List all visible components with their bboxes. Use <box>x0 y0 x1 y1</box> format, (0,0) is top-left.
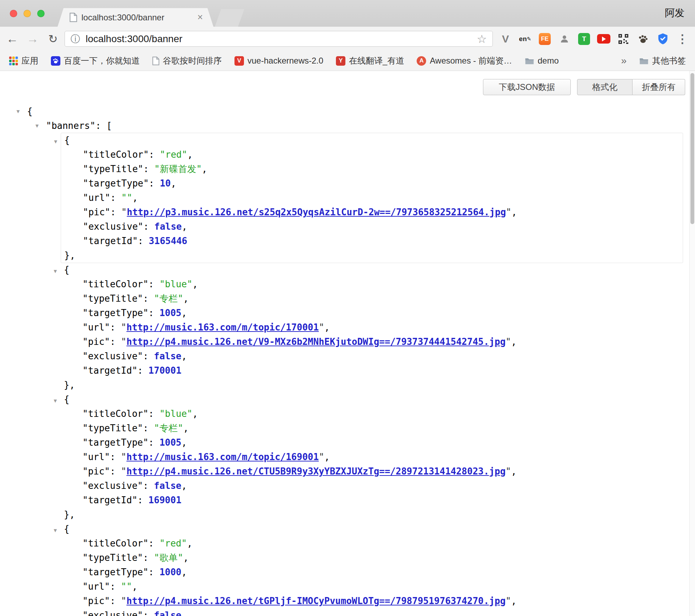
vimium-extension-icon[interactable]: V <box>496 27 515 51</box>
bookmark-label: Awesomes - 前端资… <box>430 55 512 66</box>
json-number-value: 1005 <box>159 308 181 318</box>
json-url-link[interactable]: http://music.163.com/m/topic/170001 <box>126 322 319 333</box>
json-row: "typeTitle": "新碟首发", <box>61 162 683 176</box>
tampermonkey-extension-icon[interactable]: T <box>574 27 594 51</box>
qrcode-extension-icon[interactable] <box>614 27 633 51</box>
json-row: "pic": "http://p3.music.126.net/s25q2x5Q… <box>61 205 683 219</box>
json-row: "targetId": 169001 <box>61 493 683 507</box>
json-key: "titleColor" <box>83 149 149 160</box>
page-icon <box>152 57 159 65</box>
json-string-value: "专栏" <box>154 293 183 304</box>
bookmark-item-awesomes[interactable]: A Awesomes - 前端资… <box>417 55 512 66</box>
json-string-value: "" <box>121 192 132 203</box>
bookmark-label: 在线翻译_有道 <box>349 55 404 66</box>
collapse-toggle-icon[interactable]: ▼ <box>54 264 57 278</box>
tab-title: localhost:3000/banner <box>81 13 193 22</box>
bookmark-label: 其他书签 <box>652 55 686 66</box>
bookmark-item-google-sorted[interactable]: 谷歌按时间排序 <box>152 55 222 66</box>
browser-tab[interactable]: localhost:3000/banner × <box>58 8 213 27</box>
json-row: "targetType": 1005, <box>61 435 683 450</box>
json-number-value: 1005 <box>159 437 181 448</box>
json-url-link[interactable]: http://p4.music.126.net/CTU5B9R9y3XyYBZX… <box>126 466 505 477</box>
apps-grid-icon <box>9 57 18 65</box>
json-row: "typeTitle": "专栏", <box>61 421 683 435</box>
extension-icons: V en✎ FE T ⋮ <box>496 27 692 51</box>
json-boolean-value: false <box>154 351 181 361</box>
browser-menu-kebab-icon[interactable]: ⋮ <box>673 27 692 51</box>
bookmarks-overflow-chevron[interactable]: » <box>621 55 627 66</box>
folder-icon <box>525 57 534 65</box>
collapse-all-button[interactable]: 折叠所有 <box>633 79 685 95</box>
format-button[interactable]: 格式化 <box>577 79 633 95</box>
json-row: "url": "http://music.163.com/m/topic/170… <box>61 320 683 335</box>
json-key: "exclusive" <box>82 610 143 616</box>
bookmark-item-vue-hackernews[interactable]: V vue-hackernews-2.0 <box>234 56 323 66</box>
collapse-toggle-icon[interactable]: ▼ <box>54 523 57 538</box>
reload-button[interactable]: ↻ <box>45 27 61 51</box>
bookmark-label: 谷歌按时间排序 <box>163 55 222 66</box>
json-key: "pic" <box>82 336 110 347</box>
youtube-extension-icon[interactable] <box>594 27 614 51</box>
download-json-button[interactable]: 下载JSON数据 <box>483 79 571 95</box>
json-key: "typeTitle" <box>82 423 143 433</box>
json-viewer-actions: 下载JSON数据 格式化 折叠所有 <box>483 79 685 95</box>
collapse-toggle-icon[interactable]: ▼ <box>54 394 57 408</box>
url-text[interactable]: localhost:3000/banner <box>86 33 183 45</box>
close-window-button[interactable] <box>10 10 17 17</box>
json-key: "targetId" <box>82 495 138 505</box>
json-url-link[interactable]: http://p4.music.126.net/V9-MXz6b2MNhEKju… <box>126 336 505 347</box>
json-key: "titleColor" <box>82 408 148 419</box>
other-bookmarks-folder[interactable]: 其他书签 <box>639 55 686 66</box>
json-url-link[interactable]: http://p3.music.126.net/s25q2x5QyqsAzilC… <box>127 207 506 217</box>
youdao-y-icon: Y <box>336 56 345 66</box>
json-row: "targetId": 170001 <box>61 363 683 378</box>
json-key: "titleColor" <box>82 538 148 549</box>
json-string-value: "blue" <box>159 408 192 419</box>
json-key: "targetId" <box>83 236 138 246</box>
json-string-value: "新碟首发" <box>154 164 202 174</box>
address-bar[interactable]: ⓘ localhost:3000/banner ☆ <box>65 31 493 47</box>
json-boolean-value: false <box>154 610 181 616</box>
page-info-icon[interactable]: ⓘ <box>71 33 80 45</box>
json-row: "url": "", <box>61 191 683 205</box>
forward-button[interactable]: → <box>25 27 41 51</box>
bookmark-item-demo-folder[interactable]: demo <box>525 56 559 66</box>
security-shield-extension-icon[interactable] <box>653 27 673 51</box>
bookmark-item-baidu[interactable]: 百度一下，你就知道 <box>51 55 140 66</box>
paw-extension-icon[interactable] <box>633 27 653 51</box>
translate-extension-icon[interactable]: en✎ <box>515 27 535 51</box>
contacts-extension-icon[interactable] <box>555 27 574 51</box>
collapse-toggle-icon[interactable]: ▼ <box>54 135 57 149</box>
collapse-toggle-icon[interactable]: ▼ <box>16 104 27 119</box>
json-row: ▼"banners": [ <box>0 119 695 133</box>
json-number-value: 170001 <box>148 365 181 376</box>
collapse-toggle-icon[interactable]: ▼ <box>35 119 46 133</box>
minimize-window-button[interactable] <box>24 10 31 17</box>
bookmark-star-icon[interactable]: ☆ <box>477 32 487 46</box>
bookmark-item-youdao-translate[interactable]: Y 在线翻译_有道 <box>336 55 404 66</box>
json-row: ▼{ <box>61 263 683 277</box>
json-url-link[interactable]: http://p4.music.126.net/tGPljf-IMOCyPvum… <box>126 596 505 606</box>
json-row: "url": "", <box>61 579 683 594</box>
json-url-link[interactable]: http://music.163.com/m/topic/169001 <box>126 452 319 462</box>
page-scrollbar[interactable] <box>689 71 695 616</box>
json-key: "typeTitle" <box>82 293 143 304</box>
fehelper-extension-icon[interactable]: FE <box>535 27 555 51</box>
tab-close-icon[interactable]: × <box>197 13 203 22</box>
json-key: "url" <box>82 452 110 462</box>
scrollbar-thumb[interactable] <box>690 73 694 224</box>
back-button[interactable]: ← <box>4 27 20 51</box>
json-object: ▼{"titleColor": "red","typeTitle": "歌单",… <box>61 522 683 616</box>
json-key: "url" <box>82 581 110 592</box>
json-key: "titleColor" <box>82 279 148 289</box>
new-tab-button[interactable] <box>215 9 244 27</box>
json-string-value: "" <box>121 581 132 592</box>
json-row: ▼{ <box>61 522 683 536</box>
zoom-window-button[interactable] <box>37 10 45 17</box>
json-key: "targetType" <box>83 178 149 189</box>
json-number-value: 1000 <box>159 567 181 577</box>
profile-name[interactable]: 阿发 <box>665 6 684 20</box>
awesomes-a-icon: A <box>417 56 426 66</box>
bookmark-item-apps[interactable]: 应用 <box>9 55 38 66</box>
json-row: }, <box>61 378 683 392</box>
